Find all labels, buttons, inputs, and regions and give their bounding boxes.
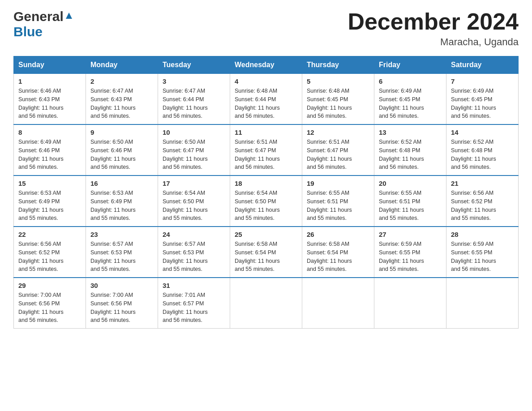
location: Maracha, Uganda: [348, 36, 519, 48]
calendar-day-cell: 19 Sunrise: 6:55 AM Sunset: 6:51 PM Dayl…: [302, 176, 374, 227]
day-info: Sunrise: 6:53 AM Sunset: 6:49 PM Dayligh…: [90, 189, 153, 223]
calendar-day-cell: 8 Sunrise: 6:49 AM Sunset: 6:46 PM Dayli…: [14, 124, 86, 176]
calendar-day-cell: 31 Sunrise: 7:01 AM Sunset: 6:57 PM Dayl…: [158, 278, 230, 329]
calendar-day-cell: 15 Sunrise: 6:53 AM Sunset: 6:49 PM Dayl…: [14, 176, 86, 227]
calendar-day-cell: 28 Sunrise: 6:59 AM Sunset: 6:55 PM Dayl…: [446, 227, 519, 278]
day-info: Sunrise: 6:49 AM Sunset: 6:46 PM Dayligh…: [18, 138, 81, 171]
day-number: 12: [307, 128, 369, 136]
day-info: Sunrise: 6:53 AM Sunset: 6:49 PM Dayligh…: [18, 189, 81, 223]
day-info: Sunrise: 6:49 AM Sunset: 6:45 PM Dayligh…: [451, 87, 514, 120]
calendar-day-cell: 27 Sunrise: 6:59 AM Sunset: 6:55 PM Dayl…: [374, 227, 446, 278]
day-number: 7: [451, 77, 514, 85]
logo: General Blue: [13, 9, 74, 39]
calendar-day-cell: 9 Sunrise: 6:50 AM Sunset: 6:46 PM Dayli…: [86, 124, 158, 176]
calendar-day-cell: 10 Sunrise: 6:50 AM Sunset: 6:47 PM Dayl…: [158, 124, 230, 176]
calendar-day-cell: 2 Sunrise: 6:47 AM Sunset: 6:43 PM Dayli…: [86, 74, 158, 125]
calendar-empty-cell: [374, 278, 446, 329]
calendar-day-cell: 18 Sunrise: 6:54 AM Sunset: 6:50 PM Dayl…: [230, 176, 302, 227]
weekday-header-saturday: Saturday: [446, 56, 519, 74]
logo-triangle-icon: [64, 11, 74, 21]
day-info: Sunrise: 6:56 AM Sunset: 6:52 PM Dayligh…: [18, 240, 81, 274]
calendar-week-row: 8 Sunrise: 6:49 AM Sunset: 6:46 PM Dayli…: [14, 124, 519, 176]
day-info: Sunrise: 6:49 AM Sunset: 6:45 PM Dayligh…: [379, 87, 442, 120]
day-number: 25: [235, 231, 297, 238]
day-number: 4: [235, 77, 297, 85]
day-info: Sunrise: 6:50 AM Sunset: 6:47 PM Dayligh…: [163, 138, 225, 171]
day-info: Sunrise: 7:00 AM Sunset: 6:56 PM Dayligh…: [90, 291, 153, 325]
day-number: 28: [451, 231, 514, 238]
day-info: Sunrise: 6:47 AM Sunset: 6:43 PM Dayligh…: [90, 87, 153, 120]
day-info: Sunrise: 6:51 AM Sunset: 6:47 PM Dayligh…: [307, 138, 369, 171]
calendar-week-row: 1 Sunrise: 6:46 AM Sunset: 6:43 PM Dayli…: [14, 74, 519, 125]
day-number: 8: [18, 128, 81, 136]
weekday-header-sunday: Sunday: [14, 56, 86, 74]
day-number: 6: [379, 77, 442, 85]
day-number: 5: [307, 77, 369, 85]
day-number: 29: [18, 282, 81, 289]
day-number: 10: [163, 128, 225, 136]
calendar-day-cell: 20 Sunrise: 6:55 AM Sunset: 6:51 PM Dayl…: [374, 176, 446, 227]
calendar-day-cell: 6 Sunrise: 6:49 AM Sunset: 6:45 PM Dayli…: [374, 74, 446, 125]
day-info: Sunrise: 6:52 AM Sunset: 6:48 PM Dayligh…: [379, 138, 442, 171]
day-info: Sunrise: 6:52 AM Sunset: 6:48 PM Dayligh…: [451, 138, 514, 171]
calendar-day-cell: 3 Sunrise: 6:47 AM Sunset: 6:44 PM Dayli…: [158, 74, 230, 125]
day-info: Sunrise: 6:55 AM Sunset: 6:51 PM Dayligh…: [307, 189, 369, 223]
day-number: 2: [90, 77, 153, 85]
svg-marker-0: [66, 13, 72, 19]
calendar-day-cell: 14 Sunrise: 6:52 AM Sunset: 6:48 PM Dayl…: [446, 124, 519, 176]
day-info: Sunrise: 6:51 AM Sunset: 6:47 PM Dayligh…: [235, 138, 297, 171]
day-info: Sunrise: 6:55 AM Sunset: 6:51 PM Dayligh…: [379, 189, 442, 223]
day-number: 27: [379, 231, 442, 238]
day-info: Sunrise: 6:46 AM Sunset: 6:43 PM Dayligh…: [18, 87, 81, 120]
calendar-day-cell: 1 Sunrise: 6:46 AM Sunset: 6:43 PM Dayli…: [14, 74, 86, 125]
calendar-table: SundayMondayTuesdayWednesdayThursdayFrid…: [13, 56, 519, 329]
day-number: 31: [163, 282, 225, 289]
calendar-day-cell: 23 Sunrise: 6:57 AM Sunset: 6:53 PM Dayl…: [86, 227, 158, 278]
day-info: Sunrise: 7:00 AM Sunset: 6:56 PM Dayligh…: [18, 291, 81, 325]
calendar-week-row: 29 Sunrise: 7:00 AM Sunset: 6:56 PM Dayl…: [14, 278, 519, 329]
day-number: 23: [90, 231, 153, 238]
day-number: 1: [18, 77, 81, 85]
day-info: Sunrise: 6:54 AM Sunset: 6:50 PM Dayligh…: [235, 189, 297, 223]
day-number: 22: [18, 231, 81, 238]
logo-general-text: General: [13, 9, 64, 24]
weekday-header-wednesday: Wednesday: [230, 56, 302, 74]
calendar-week-row: 22 Sunrise: 6:56 AM Sunset: 6:52 PM Dayl…: [14, 227, 519, 278]
calendar-day-cell: 5 Sunrise: 6:48 AM Sunset: 6:45 PM Dayli…: [302, 74, 374, 125]
page-header: General Blue December 2024 Maracha, Ugan…: [13, 9, 519, 48]
weekday-header-thursday: Thursday: [302, 56, 374, 74]
day-number: 14: [451, 128, 514, 136]
day-number: 20: [379, 180, 442, 187]
calendar-header-row: SundayMondayTuesdayWednesdayThursdayFrid…: [14, 56, 519, 74]
day-info: Sunrise: 6:58 AM Sunset: 6:54 PM Dayligh…: [235, 240, 297, 274]
day-number: 13: [379, 128, 442, 136]
day-number: 19: [307, 180, 369, 187]
day-number: 11: [235, 128, 297, 136]
calendar-day-cell: 11 Sunrise: 6:51 AM Sunset: 6:47 PM Dayl…: [230, 124, 302, 176]
logo-blue-text: Blue: [13, 24, 43, 39]
day-info: Sunrise: 6:48 AM Sunset: 6:45 PM Dayligh…: [307, 87, 369, 120]
day-number: 18: [235, 180, 297, 187]
calendar-day-cell: 12 Sunrise: 6:51 AM Sunset: 6:47 PM Dayl…: [302, 124, 374, 176]
day-number: 16: [90, 180, 153, 187]
calendar-day-cell: 22 Sunrise: 6:56 AM Sunset: 6:52 PM Dayl…: [14, 227, 86, 278]
day-number: 21: [451, 180, 514, 187]
calendar-day-cell: 26 Sunrise: 6:58 AM Sunset: 6:54 PM Dayl…: [302, 227, 374, 278]
day-number: 24: [163, 231, 225, 238]
day-number: 17: [163, 180, 225, 187]
day-info: Sunrise: 7:01 AM Sunset: 6:57 PM Dayligh…: [163, 291, 225, 325]
day-info: Sunrise: 6:58 AM Sunset: 6:54 PM Dayligh…: [307, 240, 369, 274]
calendar-day-cell: 4 Sunrise: 6:48 AM Sunset: 6:44 PM Dayli…: [230, 74, 302, 125]
calendar-day-cell: 24 Sunrise: 6:57 AM Sunset: 6:53 PM Dayl…: [158, 227, 230, 278]
day-info: Sunrise: 6:48 AM Sunset: 6:44 PM Dayligh…: [235, 87, 297, 120]
day-number: 9: [90, 128, 153, 136]
month-title: December 2024: [348, 9, 519, 34]
day-number: 15: [18, 180, 81, 187]
day-number: 30: [90, 282, 153, 289]
calendar-empty-cell: [230, 278, 302, 329]
day-number: 3: [163, 77, 225, 85]
day-info: Sunrise: 6:59 AM Sunset: 6:55 PM Dayligh…: [451, 240, 514, 274]
day-info: Sunrise: 6:57 AM Sunset: 6:53 PM Dayligh…: [163, 240, 225, 274]
calendar-day-cell: 16 Sunrise: 6:53 AM Sunset: 6:49 PM Dayl…: [86, 176, 158, 227]
day-info: Sunrise: 6:47 AM Sunset: 6:44 PM Dayligh…: [163, 87, 225, 120]
